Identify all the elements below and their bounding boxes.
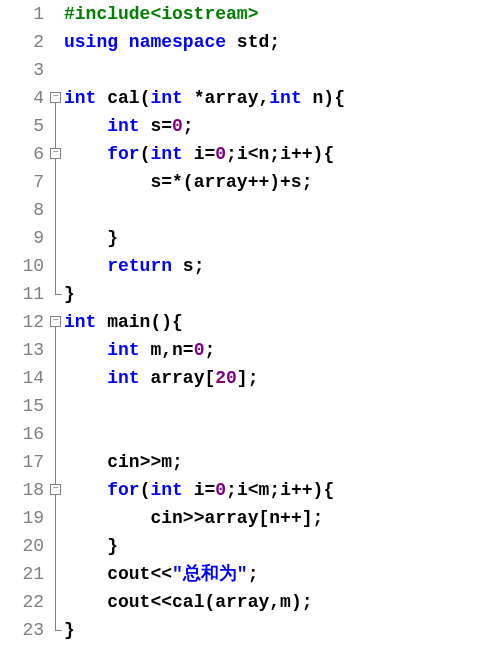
code-line: 7 s=*(array++)+s; [0, 168, 500, 196]
line-number: 15 [0, 392, 48, 420]
code-content: using namespace std; [64, 28, 280, 56]
fold-gutter [48, 560, 64, 588]
code-line: 18− for(int i=0;i<m;i++){ [0, 476, 500, 504]
code-line: 16 [0, 420, 500, 448]
code-line: 8 [0, 196, 500, 224]
code-content: return s; [64, 252, 204, 280]
code-line: 1#include<iostream> [0, 0, 500, 28]
line-number: 10 [0, 252, 48, 280]
fold-toggle-icon[interactable]: − [50, 484, 61, 495]
code-content: cin>>array[n++]; [64, 504, 323, 532]
line-number: 9 [0, 224, 48, 252]
code-editor: 1#include<iostream>2using namespace std;… [0, 0, 500, 644]
line-number: 19 [0, 504, 48, 532]
fold-gutter [48, 224, 64, 252]
code-content: cout<<"总和为"; [64, 560, 258, 588]
code-line: 17 cin>>m; [0, 448, 500, 476]
fold-gutter: − [48, 84, 64, 112]
code-content: } [64, 532, 118, 560]
line-number: 3 [0, 56, 48, 84]
code-line: 13 int m,n=0; [0, 336, 500, 364]
fold-gutter [48, 420, 64, 448]
code-content: #include<iostream> [64, 0, 258, 28]
fold-gutter [48, 280, 64, 308]
code-content: int main(){ [64, 308, 183, 336]
code-line: 4−int cal(int *array,int n){ [0, 84, 500, 112]
fold-gutter [48, 252, 64, 280]
code-line: 5 int s=0; [0, 112, 500, 140]
code-content: cout<<cal(array,m); [64, 588, 313, 616]
line-number: 16 [0, 420, 48, 448]
fold-gutter [48, 56, 64, 84]
fold-toggle-icon[interactable]: − [50, 316, 61, 327]
fold-gutter [48, 196, 64, 224]
fold-toggle-icon[interactable]: − [50, 148, 61, 159]
code-content: for(int i=0;i<n;i++){ [64, 140, 334, 168]
fold-gutter [48, 0, 64, 28]
fold-gutter: − [48, 476, 64, 504]
line-number: 11 [0, 280, 48, 308]
fold-gutter [48, 504, 64, 532]
line-number: 22 [0, 588, 48, 616]
code-line: 12−int main(){ [0, 308, 500, 336]
code-content: } [64, 280, 75, 308]
code-line: 9 } [0, 224, 500, 252]
code-content: int s=0; [64, 112, 194, 140]
fold-gutter [48, 28, 64, 56]
fold-gutter [48, 392, 64, 420]
line-number: 14 [0, 364, 48, 392]
code-line: 15 [0, 392, 500, 420]
line-number: 13 [0, 336, 48, 364]
line-number: 12 [0, 308, 48, 336]
fold-gutter [48, 532, 64, 560]
code-line: 20 } [0, 532, 500, 560]
code-line: 10 return s; [0, 252, 500, 280]
fold-gutter [48, 112, 64, 140]
code-content: int m,n=0; [64, 336, 215, 364]
line-number: 1 [0, 0, 48, 28]
line-number: 21 [0, 560, 48, 588]
fold-gutter: − [48, 140, 64, 168]
code-content: int array[20]; [64, 364, 258, 392]
code-content: s=*(array++)+s; [64, 168, 312, 196]
fold-gutter [48, 616, 64, 644]
line-number: 6 [0, 140, 48, 168]
code-content: cin>>m; [64, 448, 183, 476]
code-content: int cal(int *array,int n){ [64, 84, 345, 112]
line-number: 4 [0, 84, 48, 112]
fold-gutter [48, 336, 64, 364]
code-content: } [64, 616, 75, 644]
code-line: 19 cin>>array[n++]; [0, 504, 500, 532]
code-content: } [64, 224, 118, 252]
line-number: 18 [0, 476, 48, 504]
fold-gutter: − [48, 308, 64, 336]
line-number: 23 [0, 616, 48, 644]
code-line: 22 cout<<cal(array,m); [0, 588, 500, 616]
code-line: 21 cout<<"总和为"; [0, 560, 500, 588]
code-line: 6− for(int i=0;i<n;i++){ [0, 140, 500, 168]
code-line: 14 int array[20]; [0, 364, 500, 392]
code-line: 2using namespace std; [0, 28, 500, 56]
line-number: 8 [0, 196, 48, 224]
line-number: 17 [0, 448, 48, 476]
fold-gutter [48, 364, 64, 392]
fold-toggle-icon[interactable]: − [50, 92, 61, 103]
code-line: 23} [0, 616, 500, 644]
line-number: 5 [0, 112, 48, 140]
fold-gutter [48, 168, 64, 196]
line-number: 20 [0, 532, 48, 560]
fold-gutter [48, 588, 64, 616]
code-line: 3 [0, 56, 500, 84]
code-line: 11} [0, 280, 500, 308]
fold-gutter [48, 448, 64, 476]
line-number: 2 [0, 28, 48, 56]
line-number: 7 [0, 168, 48, 196]
code-content: for(int i=0;i<m;i++){ [64, 476, 334, 504]
